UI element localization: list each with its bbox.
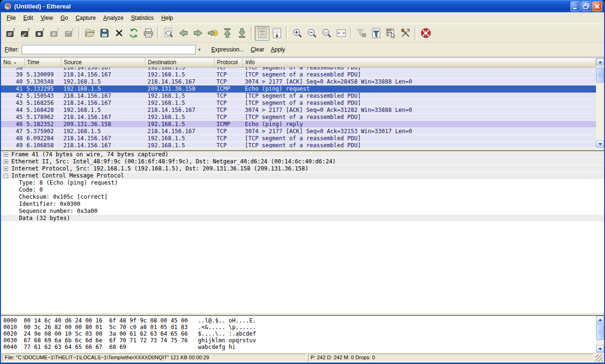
packet-row-38[interactable]: 38218.14.156.167192.168.1.5TCP[TCP segme… — [1, 68, 596, 71]
capture-filter-icon — [356, 27, 367, 39]
packet-cell: TCP — [215, 107, 243, 113]
packet-row-39[interactable]: 395.130099218.14.156.167192.168.1.5TCP[T… — [1, 71, 596, 78]
column-header-destination[interactable]: Destination — [146, 58, 215, 68]
filter-dropdown-button[interactable]: ▼ — [196, 45, 203, 54]
menu-item-go[interactable]: Go — [57, 13, 72, 23]
auto-scroll-button[interactable] — [269, 26, 284, 41]
packet-cell: 49 — [1, 142, 25, 148]
display-filter-button[interactable] — [369, 26, 383, 41]
packet-cell: 192.168.1.5 — [146, 68, 215, 71]
packet-row-45[interactable]: 455.178962218.14.156.167192.168.1.5TCP[T… — [1, 114, 596, 121]
packet-cell: 192.168.1.5 — [146, 93, 215, 99]
menu-item-view[interactable]: View — [37, 13, 57, 23]
capture-interfaces-button[interactable] — [3, 26, 18, 41]
find-packet-button[interactable] — [161, 26, 176, 41]
window-title: (Untitled) - Ethereal — [14, 3, 570, 10]
scrollbar-thumb[interactable] — [596, 324, 604, 340]
scroll-up-button[interactable] — [596, 316, 604, 323]
apply-button[interactable]: Apply — [268, 45, 288, 54]
expand-icon[interactable]: + — [4, 152, 8, 157]
filter-input[interactable] — [22, 45, 196, 54]
menu-item-edit[interactable]: Edit — [19, 13, 37, 23]
close-button[interactable] — [592, 1, 602, 11]
packet-list-scrollbar[interactable] — [596, 58, 604, 148]
packet-cell: 38 — [1, 68, 25, 71]
hex-pane-scrollbar[interactable] — [596, 316, 604, 353]
detail-row[interactable]: Checksum: 0x105c [correct] — [1, 194, 604, 201]
capture-filter-button — [354, 26, 369, 41]
resize-grip-icon[interactable] — [596, 355, 603, 362]
go-back-button[interactable] — [176, 26, 190, 41]
column-header-no[interactable]: No.▾ — [1, 58, 25, 68]
print-button[interactable] — [141, 26, 156, 41]
menu-item-help[interactable]: Help — [157, 13, 177, 23]
column-header-source[interactable]: Source — [61, 58, 146, 68]
hex-row-0030[interactable]: 0030 67 68 69 6a 6b 6c 6d 6e 6f 70 71 72… — [3, 337, 596, 344]
scroll-up-button[interactable] — [596, 58, 604, 66]
column-header-protocol[interactable]: Protocol — [215, 58, 243, 68]
menu-item-capture[interactable]: Capture — [72, 13, 100, 23]
packet-cell: 192.168.1.5 — [146, 100, 215, 106]
packet-row-43[interactable]: 435.168256218.14.156.167192.168.1.5TCP[T… — [1, 100, 596, 107]
clear-button[interactable]: Clear — [247, 45, 268, 54]
packet-row-41[interactable]: 415.132295192.168.1.5209.131.36.158ICMPE… — [1, 85, 596, 93]
packet-cell: 3074 > 2177 [ACK] Seq=0 Ack=31282 Win=33… — [243, 107, 596, 113]
expression-button[interactable]: Expression... — [208, 45, 247, 54]
menu-item-file[interactable]: File — [3, 13, 19, 23]
column-header-time[interactable]: Time — [25, 58, 61, 68]
help-button[interactable] — [418, 26, 433, 41]
packet-row-44[interactable]: 445.168428192.168.1.5218.14.156.167TCP30… — [1, 107, 596, 114]
close-file-button[interactable] — [112, 26, 126, 41]
go-to-bottom-button[interactable] — [234, 26, 249, 41]
resize-columns-button[interactable] — [334, 26, 348, 41]
packet-cell: TCP — [215, 68, 243, 71]
detail-row[interactable]: Code: 0 — [1, 186, 604, 194]
packet-row-49[interactable]: 496.106858218.14.156.167192.168.1.5TCP[T… — [1, 142, 596, 148]
packet-cell: 218.14.156.167 — [61, 71, 146, 78]
scroll-down-button[interactable] — [596, 140, 604, 148]
zoom-100-button[interactable]: 1:1 — [319, 26, 334, 41]
coloring-rules-button[interactable] — [383, 26, 398, 41]
restore-button[interactable] — [581, 1, 591, 11]
detail-row[interactable]: Identifier: 0x0300 — [1, 201, 604, 208]
collapse-icon[interactable]: - — [4, 174, 8, 178]
detail-row[interactable]: +Frame 41 (74 bytes on wire, 74 bytes ca… — [1, 151, 604, 158]
scroll-down-button[interactable] — [596, 345, 604, 353]
menu-item-analyze[interactable]: Analyze — [100, 13, 128, 23]
expand-icon[interactable]: + — [4, 167, 8, 171]
expand-icon[interactable]: + — [4, 160, 8, 164]
detail-row[interactable]: +Ethernet II, Src: Intel_48:9f:9c (00:16… — [1, 158, 604, 165]
packet-cell: 218.14.156.167 — [146, 128, 215, 135]
preferences-button[interactable] — [398, 26, 413, 41]
hex-row-0040[interactable]: 0040 77 61 62 63 64 65 66 67 68 69 wabcd… — [3, 344, 596, 350]
zoom-in-button[interactable] — [290, 26, 304, 41]
go-to-packet-button[interactable] — [205, 26, 220, 41]
packet-row-40[interactable]: 405.130348192.168.1.5218.14.156.167TCP30… — [1, 78, 596, 85]
go-to-top-button[interactable] — [220, 26, 234, 41]
open-file-button[interactable] — [82, 26, 97, 41]
reload-button[interactable] — [126, 26, 141, 41]
capture-options-button[interactable] — [18, 26, 33, 41]
save-file-button[interactable] — [97, 26, 112, 41]
detail-row[interactable]: Sequence number: 0x3a00 — [1, 208, 604, 215]
packet-list-header: No.▾TimeSourceDestinationProtocolInfo — [1, 58, 604, 68]
menu-item-statistics[interactable]: Statistics — [127, 13, 157, 23]
capture-start-button[interactable] — [33, 26, 47, 41]
hex-row-0010[interactable]: 0010 00 3c 26 82 00 00 80 01 5c 70 c0 a8… — [3, 324, 596, 330]
go-forward-button[interactable] — [190, 26, 205, 41]
detail-row[interactable]: +Internet Protocol, Src: 192.168.1.5 (19… — [1, 165, 604, 172]
column-header-info[interactable]: Info — [243, 58, 596, 68]
packet-row-42[interactable]: 425.150543218.14.156.167192.168.1.5TCP[T… — [1, 93, 596, 100]
colorize-button[interactable] — [255, 26, 269, 41]
hex-row-0020[interactable]: 0020 24 9e 08 00 10 5c 03 00 3a 00 61 62… — [3, 330, 596, 337]
packet-row-47[interactable]: 475.375902192.168.1.5218.14.156.167TCP30… — [1, 128, 596, 135]
packet-row-48[interactable]: 486.092284218.14.156.167192.168.1.5TCP[T… — [1, 135, 596, 142]
packet-row-46[interactable]: 465.182352209.131.36.158192.168.1.5ICMPE… — [1, 121, 596, 128]
detail-row[interactable]: -Internet Control Message Protocol — [1, 172, 604, 179]
zoom-out-button[interactable] — [304, 26, 319, 41]
hex-row-0000[interactable]: 0000 00 14 6c 40 d6 24 00 16 6f 48 9f 9c… — [3, 317, 596, 324]
scrollbar-thumb[interactable] — [596, 68, 604, 83]
detail-row[interactable]: Type: 8 (Echo (ping) request) — [1, 179, 604, 186]
detail-row[interactable]: Data (32 bytes) — [1, 215, 604, 222]
minimize-button[interactable] — [570, 1, 580, 11]
